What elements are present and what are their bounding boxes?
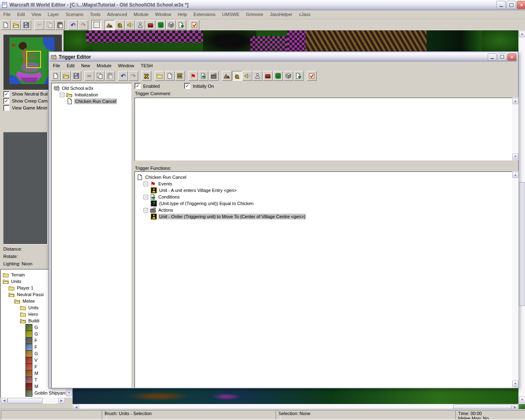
functions-scrollbar[interactable]: ▲ ▼ xyxy=(512,171,518,387)
sound-editor-button[interactable] xyxy=(125,20,135,30)
import-manager-button[interactable] xyxy=(176,20,186,30)
menu-file[interactable]: File xyxy=(0,11,14,18)
tree-expander[interactable]: − xyxy=(144,208,148,212)
palette-scroll-down-button[interactable]: ▼ xyxy=(66,390,72,396)
map-vertical-scrollbar[interactable]: ▲ ▼ xyxy=(518,30,525,404)
tree-expander[interactable]: − xyxy=(144,182,148,186)
palette-row[interactable]: Melee xyxy=(14,298,36,304)
test-map-button[interactable] xyxy=(189,20,199,30)
paste-button[interactable] xyxy=(55,20,65,30)
new-action-button[interactable] xyxy=(209,71,219,81)
trigger-tree-row[interactable]: Chicken Run Cancel xyxy=(66,98,117,105)
trigger-function-row[interactable]: −⚑Events xyxy=(144,180,173,187)
map-view-top[interactable] xyxy=(64,30,518,51)
trigger-comment-input[interactable] xyxy=(135,98,513,161)
te-menu-new[interactable]: New xyxy=(78,62,94,69)
palette-row[interactable]: Hero xyxy=(20,311,39,317)
new-condition-button[interactable] xyxy=(199,71,208,81)
minimize-button[interactable] xyxy=(496,1,506,9)
functions-scroll-up-button[interactable]: ▲ xyxy=(512,172,518,178)
comment-scroll-down-button[interactable]: ▼ xyxy=(512,153,518,160)
palette-row[interactable]: M xyxy=(25,383,39,390)
save-map-button[interactable] xyxy=(21,20,31,30)
copy-button[interactable] xyxy=(45,20,55,30)
menu-help[interactable]: Help xyxy=(174,11,190,18)
menu-jasshelper[interactable]: JassHelper xyxy=(267,11,296,18)
checkbox-box[interactable] xyxy=(3,105,9,111)
palette-row[interactable]: Units xyxy=(2,278,22,285)
enabled-checkbox-box[interactable]: ✓ xyxy=(135,83,141,89)
palette-row[interactable]: G xyxy=(25,331,39,337)
menu-module[interactable]: Module xyxy=(130,11,152,18)
te-menu-window[interactable]: Window xyxy=(115,62,137,69)
initially-on-checkbox[interactable]: ✓ Initially On xyxy=(184,83,214,89)
close-button[interactable]: × xyxy=(517,1,525,9)
minimap-option-2[interactable]: View Game Minima xyxy=(3,105,48,111)
palette-row[interactable]: Units xyxy=(20,304,39,311)
map-scroll-up-button[interactable]: ▲ xyxy=(519,31,525,37)
menu-cjass[interactable]: cJass xyxy=(296,11,314,18)
trigger-function-row[interactable]: −Conditions xyxy=(144,194,180,200)
palette-horizontal-scrollbar[interactable]: ◀ ▶ xyxy=(1,397,65,404)
object-editor-button[interactable] xyxy=(135,20,145,30)
palette-row[interactable]: F xyxy=(25,344,38,350)
object-editor-button[interactable] xyxy=(253,71,262,81)
trigger-tree-row[interactable]: Old School.w3x xyxy=(53,85,94,91)
new-trigger-button[interactable] xyxy=(165,71,175,81)
terrain-editor-button[interactable] xyxy=(222,71,232,81)
sound-editor-button[interactable] xyxy=(242,71,252,81)
menu-tools[interactable]: Tools xyxy=(87,11,104,18)
te-minimize-button[interactable] xyxy=(488,53,497,61)
tree-expander[interactable]: − xyxy=(144,195,148,199)
palette-hscroll-thumb[interactable] xyxy=(7,398,43,404)
object-manager-button[interactable] xyxy=(166,20,176,30)
functions-scroll-down-button[interactable]: ▼ xyxy=(512,381,518,387)
test-map-button[interactable] xyxy=(307,71,317,81)
restore-button[interactable] xyxy=(507,1,516,9)
object-manager-button[interactable] xyxy=(283,71,293,81)
palette-row[interactable]: G xyxy=(25,350,39,357)
import-manager-button[interactable] xyxy=(294,71,304,81)
cut-button[interactable]: ✂ xyxy=(84,71,94,81)
redo-button[interactable]: ↷ xyxy=(78,20,88,30)
trigger-editor-button[interactable]: a xyxy=(232,71,242,81)
trigger-function-row[interactable]: Chicken Run Cancel xyxy=(137,174,187,180)
campaign-editor-button[interactable] xyxy=(263,71,273,81)
campaign-editor-button[interactable] xyxy=(146,20,155,30)
minimap-option-0[interactable]: ✓Show Neutral Build xyxy=(3,91,48,97)
comment-scrollbar[interactable]: ▲ ▼ xyxy=(512,98,518,160)
initially-on-checkbox-box[interactable]: ✓ xyxy=(184,83,190,89)
tree-expander[interactable]: − xyxy=(60,93,64,97)
trigger-function-row[interactable]: Unit - Order (Triggering unit) to Move T… xyxy=(151,213,306,220)
trigger-tree-row[interactable]: −Initialization xyxy=(60,91,99,98)
save-button[interactable] xyxy=(71,71,81,81)
trigger-function-row[interactable]: −Actions xyxy=(144,207,174,213)
te-menu-file[interactable]: File xyxy=(50,62,64,69)
palette-row[interactable]: G xyxy=(25,324,39,331)
menu-extensions[interactable]: Extensions xyxy=(190,11,219,18)
te-maximize-button[interactable] xyxy=(498,53,507,61)
enabled-checkbox[interactable]: ✓ Enabled xyxy=(135,83,160,89)
ai-editor-button[interactable] xyxy=(273,71,283,81)
menu-view[interactable]: View xyxy=(28,11,45,18)
te-menu-module[interactable]: Module xyxy=(94,62,115,69)
checkbox-box[interactable]: ✓ xyxy=(3,91,9,97)
map-scroll-down-button[interactable]: ▼ xyxy=(519,397,525,403)
cut-button[interactable]: ✂ xyxy=(34,20,44,30)
terrain-editor-button[interactable] xyxy=(105,20,114,30)
trigger-editor-button[interactable]: a xyxy=(115,20,125,30)
menu-umswe[interactable]: UMSWE xyxy=(219,11,243,18)
palette-scroll-left-button[interactable]: ◀ xyxy=(1,398,7,404)
palette-row[interactable]: V xyxy=(25,357,38,363)
undo-button[interactable]: ↶ xyxy=(118,71,128,81)
palette-row[interactable]: Neutral Passi xyxy=(8,291,44,298)
open-map-button[interactable] xyxy=(11,20,21,30)
new-event-button[interactable]: ⚑ xyxy=(188,71,198,81)
new-document-button[interactable] xyxy=(1,20,11,30)
delete-trigger-button[interactable]: X xyxy=(142,71,151,81)
trigger-function-row[interactable]: Unit - A unit enters Village Entry <gen> xyxy=(151,187,237,194)
comment-scroll-up-button[interactable]: ▲ xyxy=(512,98,518,104)
menu-advanced[interactable]: Advanced xyxy=(104,11,130,18)
new-comment-button[interactable] xyxy=(175,71,185,81)
selection-tool-button[interactable] xyxy=(91,20,101,30)
